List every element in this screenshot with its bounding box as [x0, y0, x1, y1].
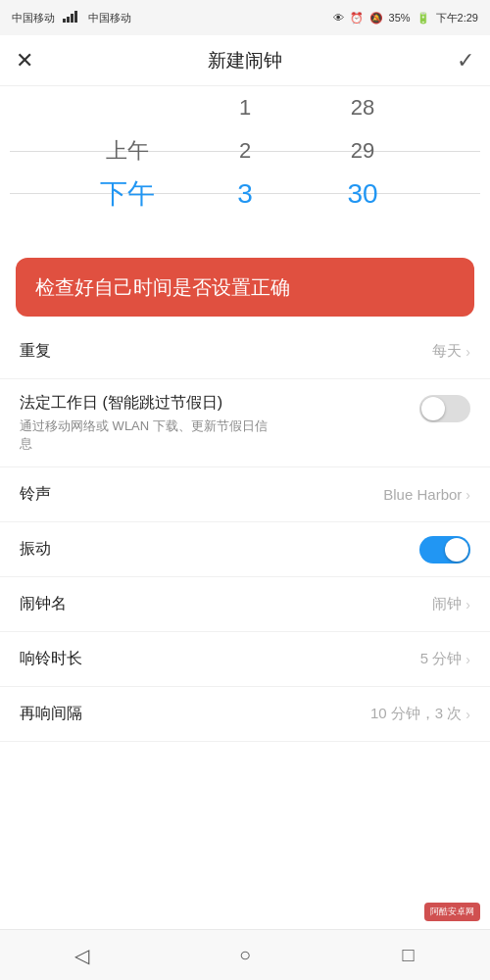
- picker-columns: 上午 下午 1 2 3 28 29 30: [0, 86, 490, 258]
- ringtone-value: Blue Harbor ›: [383, 486, 470, 503]
- signal-icon: [63, 11, 78, 24]
- ringtone-label: 铃声: [20, 484, 383, 505]
- ampm-item-above: [69, 86, 186, 129]
- duration-chevron: ›: [466, 652, 470, 667]
- snooze-label-wrap: 再响间隔: [20, 704, 370, 724]
- toggle-knob: [445, 538, 468, 562]
- back-button[interactable]: ◁: [62, 936, 101, 975]
- time-label: 下午2:29: [436, 11, 478, 25]
- minute-item-above: 28: [304, 86, 421, 129]
- settings-list: 重复 每天 › 法定工作日 (智能跳过节假日) 通过移动网络或 WLAN 下载、…: [0, 324, 490, 742]
- repeat-label-wrap: 重复: [20, 341, 432, 362]
- top-nav: ✕ 新建闹钟 ✓: [0, 35, 490, 86]
- alarm-name-chevron: ›: [466, 597, 470, 612]
- time-picker[interactable]: 上午 下午 1 2 3 28 29 30: [0, 86, 490, 258]
- alarm-name-label-wrap: 闹钟名: [20, 594, 432, 614]
- repeat-chevron: ›: [466, 344, 470, 360]
- hour-item-below: [186, 216, 304, 259]
- workday-sublabel: 通过移动网络或 WLAN 下载、更新节假日信息: [20, 417, 274, 453]
- ampm-column[interactable]: 上午 下午: [69, 86, 186, 258]
- battery-label: 35%: [389, 12, 411, 24]
- vibrate-label-wrap: 振动: [20, 539, 419, 560]
- vibrate-label: 振动: [20, 539, 419, 560]
- alarm-name-value: 闹钟 ›: [432, 595, 470, 613]
- workday-label-wrap: 法定工作日 (智能跳过节假日) 通过移动网络或 WLAN 下载、更新节假日信息: [20, 393, 408, 453]
- page-title: 新建闹钟: [208, 48, 282, 74]
- duration-label-wrap: 响铃时长: [20, 649, 420, 669]
- ringtone-chevron: ›: [466, 487, 470, 503]
- repeat-row[interactable]: 重复 每天 ›: [0, 324, 490, 379]
- carrier1-label: 中国移动: [12, 11, 55, 25]
- svg-rect-0: [63, 19, 66, 23]
- status-right: 👁 ⏰ 🔕 35% 🔋 下午2:29: [333, 11, 478, 25]
- recent-button[interactable]: □: [389, 936, 428, 975]
- ringtone-label-wrap: 铃声: [20, 484, 383, 505]
- hour-item-selected: 3: [186, 172, 304, 216]
- svg-rect-1: [67, 17, 70, 23]
- status-left: 中国移动 中国移动: [12, 11, 131, 25]
- silent-icon: 🔕: [369, 12, 383, 24]
- svg-rect-3: [74, 11, 77, 23]
- svg-rect-2: [71, 14, 74, 23]
- watermark: 阿酷安卓网: [424, 903, 480, 921]
- vibrate-row[interactable]: 振动: [0, 522, 490, 577]
- hour-column[interactable]: 1 2 3: [186, 86, 304, 258]
- eye-icon: 👁: [333, 12, 344, 24]
- status-bar: 中国移动 中国移动 👁 ⏰ 🔕 35% 🔋 下午2:29: [0, 0, 490, 35]
- repeat-value: 每天 ›: [432, 342, 470, 361]
- duration-label: 响铃时长: [20, 649, 420, 669]
- carrier2-label: 中国移动: [88, 11, 131, 25]
- workday-row[interactable]: 法定工作日 (智能跳过节假日) 通过移动网络或 WLAN 下载、更新节假日信息: [0, 379, 490, 467]
- alarm-icon: ⏰: [350, 12, 364, 24]
- alert-banner: 检查好自己时间是否设置正确: [16, 258, 474, 317]
- minute-item-selected: 30: [304, 172, 421, 216]
- hour-item-above: 1: [186, 86, 304, 129]
- minute-item-mid: 29: [304, 129, 421, 172]
- home-button[interactable]: ○: [225, 936, 265, 975]
- snooze-value: 10 分钟，3 次 ›: [370, 705, 470, 723]
- duration-row[interactable]: 响铃时长 5 分钟 ›: [0, 632, 490, 687]
- ringtone-row[interactable]: 铃声 Blue Harbor ›: [0, 467, 490, 522]
- close-button[interactable]: ✕: [16, 48, 33, 74]
- hour-item-mid: 2: [186, 129, 304, 172]
- workday-toggle[interactable]: [419, 395, 470, 422]
- workday-label: 法定工作日 (智能跳过节假日): [20, 393, 408, 414]
- bottom-nav: ◁ ○ □: [0, 929, 490, 980]
- duration-value: 5 分钟 ›: [420, 650, 470, 668]
- vibrate-toggle[interactable]: [419, 536, 470, 564]
- ampm-item-below: [69, 216, 186, 259]
- snooze-row[interactable]: 再响间隔 10 分钟，3 次 ›: [0, 687, 490, 742]
- snooze-label: 再响间隔: [20, 704, 370, 724]
- ampm-item-morning: 上午: [69, 129, 186, 172]
- minute-column[interactable]: 28 29 30: [304, 86, 421, 258]
- confirm-button[interactable]: ✓: [457, 48, 474, 74]
- minute-item-below: [304, 216, 421, 259]
- snooze-chevron: ›: [466, 707, 470, 722]
- alert-text: 检查好自己时间是否设置正确: [35, 273, 455, 301]
- battery-icon: 🔋: [416, 12, 430, 24]
- ampm-item-selected: 下午: [69, 172, 186, 216]
- alarm-name-label: 闹钟名: [20, 594, 432, 614]
- alarm-name-row[interactable]: 闹钟名 闹钟 ›: [0, 577, 490, 632]
- repeat-label: 重复: [20, 341, 432, 362]
